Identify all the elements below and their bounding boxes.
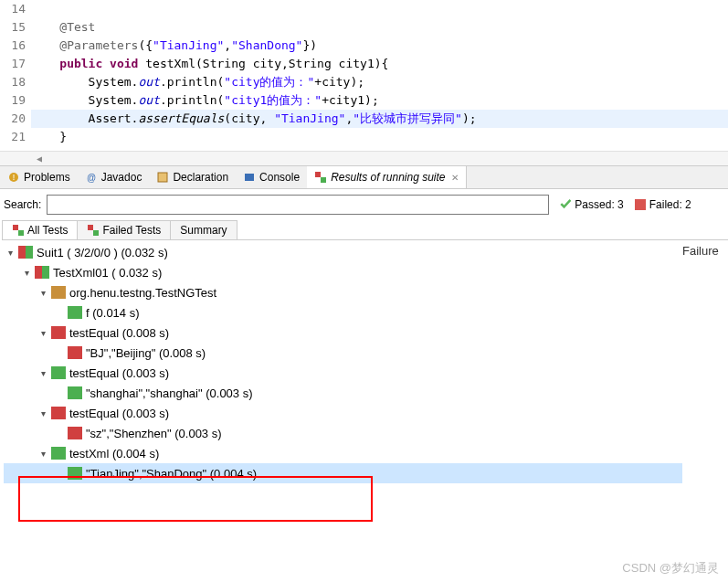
- tab-label: Declaration: [173, 171, 228, 184]
- svg-rect-6: [321, 177, 326, 183]
- passed-icon: [560, 199, 571, 210]
- line-number: 19: [0, 91, 26, 110]
- watermark: CSDN @梦幻通灵: [622, 560, 719, 577]
- status-icon: [18, 246, 33, 259]
- code-line[interactable]: Assert.assertEquals(city, "TianJing","比较…: [31, 110, 728, 128]
- search-input[interactable]: [47, 195, 549, 215]
- tab-results-of-running-suite[interactable]: Results of running suite✕: [307, 166, 466, 188]
- tree-label: org.henu.testng.TestNGTest: [68, 286, 216, 300]
- close-icon[interactable]: ✕: [451, 173, 459, 183]
- expand-icon[interactable]: ▾: [37, 328, 49, 338]
- tree-row[interactable]: ▾testEqual (0.008 s): [4, 323, 682, 343]
- svg-text:!: !: [13, 173, 16, 182]
- status-icon: [68, 467, 82, 480]
- tree-row[interactable]: ▾"TianJing","ShanDong" (0.004 s): [4, 463, 682, 483]
- tab-label: Javadoc: [101, 171, 142, 184]
- subtab-all-tests[interactable]: All Tests: [2, 220, 78, 239]
- tab-label: Results of running suite: [331, 171, 445, 184]
- tree-row[interactable]: ▾org.henu.testng.TestNGTest: [4, 282, 682, 302]
- expand-icon[interactable]: ▾: [37, 449, 49, 459]
- search-row: Search: Passed: 3 Failed: 2: [0, 189, 728, 220]
- expand-icon[interactable]: ▾: [20, 268, 33, 278]
- tree-label: testEqual (0.003 s): [68, 366, 169, 380]
- tree-label: testEqual (0.003 s): [68, 407, 169, 420]
- subtab-icon: [87, 224, 100, 237]
- svg-rect-3: [158, 173, 167, 182]
- results-of-running-suite-icon: [314, 171, 327, 184]
- subtab-icon: [12, 224, 25, 237]
- line-number: 15: [0, 18, 26, 37]
- expand-icon[interactable]: ▾: [37, 408, 49, 418]
- bottom-tabs: !Problems@JavadocDeclarationConsoleResul…: [0, 165, 728, 189]
- search-label: Search:: [4, 198, 41, 211]
- status-icon: [51, 447, 66, 460]
- editor-hscroll[interactable]: ◀: [0, 151, 728, 165]
- svg-rect-9: [88, 225, 93, 230]
- tree-label: testEqual (0.008 s): [68, 326, 169, 340]
- tree-row[interactable]: ▾testXml (0.004 s): [4, 443, 682, 463]
- tab-javadoc[interactable]: @Javadoc: [78, 166, 150, 188]
- subtab-summary[interactable]: Summary: [170, 220, 237, 239]
- tab-declaration[interactable]: Declaration: [149, 166, 236, 188]
- line-number: 20: [0, 110, 26, 128]
- line-gutter: 1415161718192021: [0, 0, 31, 151]
- status-icon: [51, 326, 66, 339]
- code-editor[interactable]: 1415161718192021 @Test @Parameters({"Tia…: [0, 0, 728, 151]
- results-tree[interactable]: ▾Suit1 ( 3/2/0/0 ) (0.032 s)▾TestXml01 (…: [0, 242, 682, 483]
- tree-row[interactable]: ▾Suit1 ( 3/2/0/0 ) (0.032 s): [4, 242, 682, 262]
- code-line[interactable]: System.out.println("city的值为："+city);: [31, 73, 728, 91]
- status-icon: [51, 366, 66, 379]
- tree-row[interactable]: ▾"BJ","Beijing" (0.008 s): [4, 343, 682, 363]
- result-subtabs: All TestsFailed TestsSummary: [2, 220, 728, 240]
- status-icon: [68, 306, 82, 319]
- code-line[interactable]: @Parameters({"TianJing","ShanDong"}): [31, 37, 728, 55]
- svg-rect-5: [315, 172, 321, 177]
- tree-label: f (0.014 s): [84, 306, 140, 320]
- tree-row[interactable]: ▾f (0.014 s): [4, 302, 682, 323]
- tab-label: Console: [259, 171, 300, 184]
- tree-row[interactable]: ▾testEqual (0.003 s): [4, 403, 682, 423]
- tree-row[interactable]: ▾testEqual (0.003 s): [4, 363, 682, 383]
- code-line[interactable]: [31, 0, 728, 18]
- subtab-label: All Tests: [27, 224, 68, 237]
- svg-rect-4: [245, 174, 254, 181]
- expand-icon[interactable]: ▾: [37, 368, 49, 378]
- code-line[interactable]: }: [31, 128, 728, 146]
- subtab-label: Failed Tests: [102, 224, 161, 237]
- svg-text:@: @: [87, 173, 96, 183]
- svg-rect-7: [13, 225, 18, 230]
- failure-pane: Failure: [682, 242, 728, 483]
- tree-label: "shanghai","shanghai" (0.003 s): [84, 386, 253, 400]
- svg-rect-8: [18, 230, 24, 236]
- line-number: 17: [0, 55, 26, 73]
- status-icon: [68, 386, 82, 399]
- tree-row[interactable]: ▾TestXml01 ( 0.032 s): [4, 262, 682, 282]
- expand-icon[interactable]: ▾: [4, 248, 16, 258]
- status-icon: [68, 427, 82, 439]
- results-area: ▾Suit1 ( 3/2/0/0 ) (0.032 s)▾TestXml01 (…: [0, 240, 728, 483]
- expand-icon[interactable]: ▾: [37, 288, 49, 298]
- scroll-left-icon[interactable]: ◀: [37, 153, 42, 164]
- tree-label: Suit1 ( 3/2/0/0 ) (0.032 s): [35, 246, 168, 259]
- failed-icon: [635, 199, 646, 210]
- tree-label: TestXml01 ( 0.032 s): [51, 266, 162, 280]
- tab-problems[interactable]: !Problems: [0, 166, 78, 188]
- tree-row[interactable]: ▾"sz","Shenzhen" (0.003 s): [4, 423, 682, 443]
- subtab-failed-tests[interactable]: Failed Tests: [77, 220, 171, 239]
- tab-label: Problems: [24, 171, 70, 184]
- subtab-label: Summary: [180, 224, 227, 237]
- line-number: 18: [0, 73, 26, 91]
- status-icon: [51, 407, 66, 419]
- console-icon: [243, 171, 256, 184]
- passed-count: Passed: 3: [575, 198, 623, 211]
- declaration-icon: [156, 171, 169, 184]
- tab-console[interactable]: Console: [236, 166, 307, 188]
- status-icon: [35, 266, 49, 279]
- code-line[interactable]: @Test: [31, 18, 728, 37]
- tree-row[interactable]: ▾"shanghai","shanghai" (0.003 s): [4, 383, 682, 403]
- code-line[interactable]: System.out.println("city1的值为："+city1);: [31, 91, 728, 110]
- code-area[interactable]: @Test @Parameters({"TianJing","ShanDong"…: [31, 0, 728, 151]
- svg-rect-10: [93, 230, 99, 236]
- code-line[interactable]: public void testXml(String city,String c…: [31, 55, 728, 73]
- line-number: 14: [0, 0, 26, 18]
